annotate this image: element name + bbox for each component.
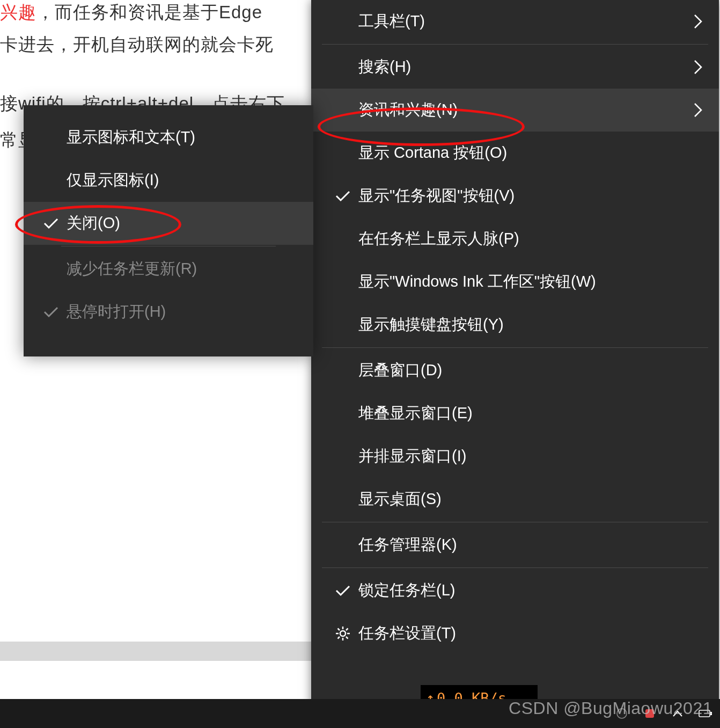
article-text: 卡进去，开机自动联网的就会卡死 bbox=[0, 28, 274, 62]
menu-item-sidebyside[interactable]: 并排显示窗口(I) bbox=[311, 435, 719, 478]
submenu-item-icon-text[interactable]: 显示图标和文本(T) bbox=[24, 116, 313, 159]
menu-label: 任务管理器(K) bbox=[358, 534, 703, 556]
grey-divider bbox=[0, 642, 311, 661]
chevron-right-icon bbox=[681, 14, 703, 29]
menu-item-stack[interactable]: 堆叠显示窗口(E) bbox=[311, 392, 719, 435]
menu-label: 搜索(H) bbox=[358, 56, 681, 78]
menu-label: 并排显示窗口(I) bbox=[358, 446, 703, 467]
separator bbox=[322, 347, 708, 348]
menu-item-touch-keyboard[interactable]: 显示触摸键盘按钮(Y) bbox=[311, 303, 719, 346]
menu-label: 显示桌面(S) bbox=[358, 489, 703, 510]
menu-label: 减少任务栏更新(R) bbox=[67, 258, 297, 280]
menu-item-cortana[interactable]: 显示 Cortana 按钮(O) bbox=[311, 132, 719, 174]
taskbar-context-menu: 工具栏(T) 搜索(H) 资讯和兴趣(N) 显示 Cortana 按钮(O) 显… bbox=[311, 0, 719, 711]
submenu-item-reduce-updates: 减少任务栏更新(R) bbox=[24, 247, 313, 290]
menu-item-search[interactable]: 搜索(H) bbox=[311, 46, 719, 89]
menu-item-people[interactable]: 在任务栏上显示人脉(P) bbox=[311, 217, 719, 260]
system-tray bbox=[607, 699, 720, 728]
tray-app-icon[interactable] bbox=[614, 705, 630, 722]
menu-item-cascade[interactable]: 层叠窗口(D) bbox=[311, 349, 719, 392]
check-icon bbox=[327, 190, 358, 202]
menu-label: 堆叠显示窗口(E) bbox=[358, 403, 703, 424]
menu-item-task-manager[interactable]: 任务管理器(K) bbox=[311, 523, 719, 566]
submenu-item-open-on-hover: 悬停时打开(H) bbox=[24, 290, 313, 333]
separator bbox=[322, 522, 708, 522]
menu-label: 悬停时打开(H) bbox=[67, 301, 297, 323]
check-icon bbox=[327, 584, 358, 597]
svg-line-7 bbox=[346, 629, 348, 631]
submenu-item-icon-only[interactable]: 仅显示图标(I) bbox=[24, 159, 313, 202]
menu-item-toolbars[interactable]: 工具栏(T) bbox=[311, 0, 719, 43]
chevron-right-icon bbox=[681, 60, 703, 75]
check-icon bbox=[35, 305, 67, 318]
svg-line-5 bbox=[338, 629, 340, 631]
menu-item-lock-taskbar[interactable]: 锁定任务栏(L) bbox=[311, 569, 719, 612]
svg-rect-10 bbox=[645, 709, 654, 718]
menu-item-taskview[interactable]: 显示"任务视图"按钮(V) bbox=[311, 174, 719, 217]
menu-item-taskbar-settings[interactable]: 任务栏设置(T) bbox=[311, 612, 719, 655]
menu-label: 层叠窗口(D) bbox=[358, 360, 703, 381]
menu-label: 在任务栏上显示人脉(P) bbox=[358, 228, 703, 250]
separator bbox=[322, 44, 708, 45]
menu-label: 显示"任务视图"按钮(V) bbox=[358, 185, 703, 207]
menu-label: 显示触摸键盘按钮(Y) bbox=[358, 314, 703, 336]
menu-label: 锁定任务栏(L) bbox=[358, 580, 703, 601]
tray-chevron-up-icon[interactable] bbox=[670, 705, 686, 722]
menu-item-news-interests[interactable]: 资讯和兴趣(N) bbox=[311, 89, 719, 132]
menu-label: 仅显示图标(I) bbox=[67, 170, 297, 191]
menu-label: 显示"Windows Ink 工作区"按钮(W) bbox=[358, 271, 703, 293]
article-text: ，而任务和资讯是基于Edge bbox=[36, 2, 262, 22]
svg-point-0 bbox=[340, 631, 346, 636]
news-interests-submenu: 显示图标和文本(T) 仅显示图标(I) 关闭(O) 减少任务栏更新(R) 悬停时… bbox=[24, 105, 313, 356]
svg-point-9 bbox=[617, 709, 627, 718]
menu-label: 工具栏(T) bbox=[358, 11, 681, 32]
menu-item-windows-ink[interactable]: 显示"Windows Ink 工作区"按钮(W) bbox=[311, 260, 719, 303]
menu-label: 资讯和兴趣(N) bbox=[358, 99, 681, 121]
chevron-right-icon bbox=[681, 103, 703, 118]
check-icon bbox=[35, 217, 67, 230]
menu-label: 关闭(O) bbox=[67, 213, 297, 234]
menu-label: 显示图标和文本(T) bbox=[67, 127, 297, 148]
tray-app-icon[interactable] bbox=[642, 705, 658, 722]
svg-line-8 bbox=[338, 637, 340, 639]
svg-rect-12 bbox=[710, 712, 712, 715]
submenu-item-off[interactable]: 关闭(O) bbox=[24, 202, 313, 245]
menu-item-show-desktop[interactable]: 显示桌面(S) bbox=[311, 478, 719, 521]
svg-rect-11 bbox=[699, 710, 710, 717]
tray-battery-icon[interactable] bbox=[697, 705, 714, 722]
gear-icon bbox=[327, 625, 358, 642]
svg-line-6 bbox=[346, 637, 348, 639]
separator bbox=[61, 246, 276, 246]
menu-label: 任务栏设置(T) bbox=[358, 623, 703, 644]
separator bbox=[322, 567, 708, 568]
article-keyword: 兴趣 bbox=[0, 2, 36, 22]
menu-label: 显示 Cortana 按钮(O) bbox=[358, 142, 703, 164]
